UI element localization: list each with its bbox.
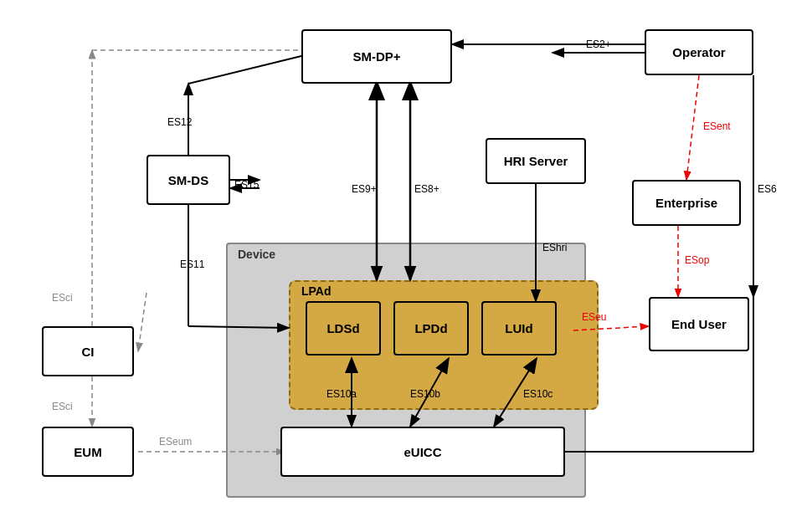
- ldsd-label: LDSd: [326, 321, 359, 335]
- architecture-diagram: Device LPAd: [0, 0, 807, 532]
- euicc-label: eUICC: [404, 445, 441, 459]
- hri-label: HRI Server: [504, 154, 568, 168]
- eseum-label: ESeum: [159, 436, 192, 448]
- svg-line-11: [188, 326, 289, 328]
- enterprise-node: Enterprise: [632, 180, 741, 226]
- ci-label: CI: [82, 345, 95, 359]
- es9-label: ES9+: [352, 183, 377, 195]
- enduser-label: End User: [671, 317, 727, 331]
- luid-node: LUId: [481, 301, 557, 356]
- svg-line-22: [686, 75, 699, 180]
- enduser-node: End User: [649, 297, 749, 351]
- eum-node: EUM: [42, 427, 134, 477]
- esop-label: ESop: [685, 254, 710, 266]
- eshri-label: EShri: [542, 242, 567, 253]
- svg-line-21: [573, 326, 649, 330]
- esent-label: ESent: [703, 120, 731, 132]
- operator-node: Operator: [645, 29, 753, 75]
- es11-label: ES11: [180, 258, 205, 270]
- smdp-label: SM-DP+: [352, 49, 400, 64]
- eum-label: EUM: [74, 445, 101, 459]
- svg-line-3: [188, 56, 301, 84]
- es12-label: ES12: [167, 116, 193, 128]
- smds-node: SM-DS: [146, 155, 230, 205]
- es10b-label: ES10b: [410, 388, 440, 400]
- euicc-node: eUICC: [280, 427, 565, 477]
- es10a-label: ES10a: [326, 388, 357, 400]
- ldsd-node: LDSd: [306, 301, 381, 356]
- enterprise-label: Enterprise: [655, 196, 717, 210]
- esci-lower-label: ESci: [52, 401, 73, 412]
- luid-label: LUId: [505, 321, 532, 335]
- esci-upper-label: ESci: [52, 292, 73, 304]
- es6-label: ES6: [758, 183, 777, 195]
- smdp-node: SM-DP+: [301, 29, 452, 84]
- es8-label: ES8+: [414, 183, 439, 195]
- lpdd-node: LPDd: [393, 301, 469, 356]
- hri-node: HRI Server: [486, 138, 586, 184]
- ci-node: CI: [42, 326, 134, 376]
- operator-label: Operator: [672, 45, 725, 59]
- svg-line-9: [138, 293, 146, 351]
- eseu-label: ESeu: [582, 311, 606, 323]
- smds-label: SM-DS: [168, 173, 208, 187]
- lpdd-label: LPDd: [414, 321, 447, 335]
- es10c-label: ES10c: [523, 388, 553, 400]
